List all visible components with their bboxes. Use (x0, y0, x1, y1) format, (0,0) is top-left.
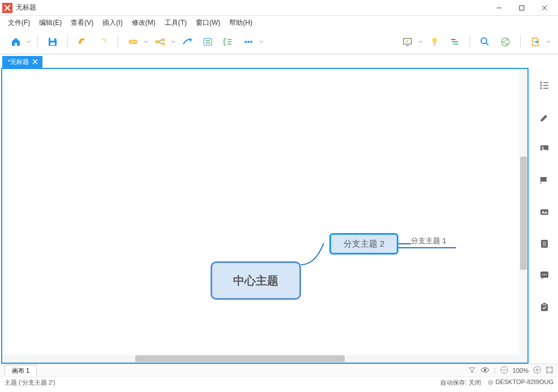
search-button[interactable] (476, 33, 494, 51)
more-button[interactable] (239, 33, 257, 51)
toolbar (0, 29, 558, 54)
document-tab[interactable]: *无标题 (2, 56, 42, 68)
menu-tools[interactable]: 工具(T) (160, 17, 191, 29)
save-button[interactable] (44, 33, 62, 51)
svg-rect-7 (161, 43, 165, 45)
marker-icon[interactable] (537, 173, 552, 188)
svg-rect-22 (452, 41, 458, 42)
host-status: ◎ DESKTOP-82I9OUG (488, 378, 553, 387)
comments-icon[interactable] (537, 268, 552, 283)
window-title: 无标题 (16, 3, 488, 12)
menu-file[interactable]: 文件(F) (3, 17, 35, 29)
menubar: 文件(F) 编辑(E) 查看(V) 插入(I) 修改(M) 工具(T) 窗口(W… (0, 16, 558, 29)
leaf-underline (398, 247, 456, 248)
subtopic-button[interactable] (151, 33, 169, 51)
summary-button[interactable] (219, 33, 237, 51)
menu-edit[interactable]: 编辑(E) (35, 17, 66, 29)
minimize-button[interactable] (488, 0, 510, 16)
svg-point-51 (484, 369, 486, 371)
zoom-out-button[interactable] (500, 366, 508, 375)
more-dropdown-icon[interactable] (259, 40, 264, 44)
svg-rect-9 (205, 40, 210, 41)
tab-label: *无标题 (8, 58, 29, 66)
bottom-bar: 画布 1 | 100% (0, 364, 558, 376)
svg-rect-3 (50, 42, 55, 45)
svg-point-14 (244, 41, 247, 43)
branch-topic-1-node[interactable]: 分支主题 1 (411, 236, 447, 247)
svg-rect-6 (161, 39, 165, 41)
svg-point-16 (250, 41, 252, 43)
menu-view[interactable]: 查看(V) (66, 17, 98, 29)
svg-line-30 (504, 40, 507, 41)
fit-button[interactable] (546, 366, 553, 375)
home-dropdown-icon[interactable] (26, 40, 32, 44)
svg-point-48 (546, 274, 547, 275)
maximize-button[interactable] (510, 0, 533, 16)
svg-point-47 (544, 274, 545, 275)
canvas-area[interactable]: 中心主题 分支主题 2 分支主题 1 (1, 68, 529, 364)
center-topic-node[interactable]: 中心主题 (211, 261, 301, 300)
svg-rect-8 (204, 38, 212, 45)
svg-point-39 (542, 147, 543, 149)
undo-button[interactable] (74, 33, 92, 51)
tabbar: *无标题 (0, 54, 558, 68)
zoom-level[interactable]: 100% (513, 367, 529, 374)
titlebar: 无标题 (0, 0, 558, 16)
svg-rect-21 (451, 39, 456, 40)
horizontal-scrollbar[interactable] (2, 355, 520, 363)
svg-rect-10 (205, 42, 210, 44)
export-dropdown-icon[interactable] (546, 40, 551, 44)
tab-close-icon[interactable] (32, 59, 39, 66)
svg-rect-2 (50, 38, 54, 41)
zoom-in-button[interactable] (533, 366, 541, 375)
topic-button[interactable] (124, 33, 142, 51)
presentation-dropdown-icon[interactable] (418, 40, 423, 44)
side-panel: Aa (530, 68, 558, 364)
svg-text:Aa: Aa (541, 210, 547, 215)
separator: | (494, 367, 496, 374)
branch-topic-2-node[interactable]: 分支主题 2 (329, 233, 398, 255)
presentation-button[interactable] (398, 33, 417, 51)
notes-icon[interactable] (537, 236, 552, 251)
redo-button[interactable] (94, 33, 112, 51)
vertical-scrollbar[interactable] (520, 69, 527, 363)
menu-window[interactable]: 窗口(W) (191, 17, 225, 29)
gantt-button[interactable] (446, 33, 464, 51)
svg-point-32 (540, 82, 542, 84)
svg-point-34 (540, 85, 542, 87)
home-button[interactable] (7, 33, 25, 51)
svg-rect-1 (520, 6, 524, 10)
brainstorm-button[interactable] (426, 33, 444, 51)
svg-point-36 (540, 88, 542, 89)
visibility-icon[interactable] (480, 366, 490, 375)
svg-rect-4 (129, 40, 137, 44)
svg-line-31 (504, 42, 507, 44)
text-style-icon[interactable]: Aa (537, 205, 552, 219)
boundary-button[interactable] (199, 33, 217, 51)
format-icon[interactable] (537, 110, 552, 124)
connector-line (398, 243, 411, 244)
svg-rect-50 (543, 303, 546, 305)
menu-help[interactable]: 帮助(H) (225, 17, 257, 29)
svg-point-15 (247, 41, 250, 43)
workspace: 中心主题 分支主题 2 分支主题 1 Aa (0, 68, 558, 364)
relationship-button[interactable] (178, 33, 196, 51)
subtopic-dropdown-icon[interactable] (170, 40, 176, 44)
sheet-tab[interactable]: 画布 1 (5, 365, 37, 376)
share-button[interactable] (496, 33, 514, 51)
close-button[interactable] (533, 0, 556, 16)
image-icon[interactable] (537, 141, 552, 156)
filter-icon[interactable] (468, 366, 476, 375)
svg-rect-23 (453, 44, 458, 45)
statusbar: 主题 ('分支主题 2') 自动保存: 关闭 ◎ DESKTOP-82I9OUG (0, 376, 558, 389)
selection-status: 主题 ('分支主题 2') (5, 378, 55, 387)
svg-rect-5 (156, 41, 160, 43)
task-icon[interactable] (537, 300, 552, 315)
svg-point-24 (481, 38, 487, 44)
outline-icon[interactable] (537, 78, 552, 93)
topic-dropdown-icon[interactable] (143, 40, 149, 44)
menu-insert[interactable]: 插入(I) (98, 17, 127, 29)
export-button[interactable] (526, 33, 544, 51)
app-icon (2, 3, 12, 13)
menu-modify[interactable]: 修改(M) (127, 17, 160, 29)
